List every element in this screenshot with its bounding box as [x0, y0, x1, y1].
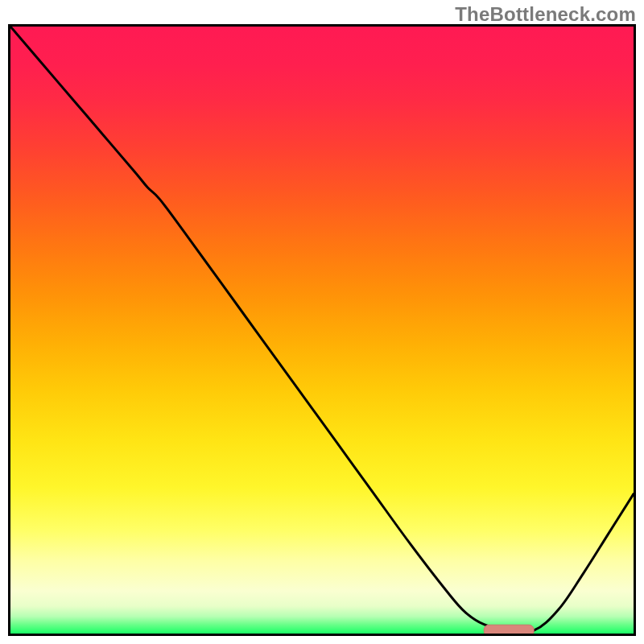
chart-frame: TheBottleneck.com [0, 0, 644, 644]
optimal-range-marker [484, 625, 534, 634]
watermark-label: TheBottleneck.com [455, 3, 636, 26]
bottleneck-curve [10, 27, 634, 633]
plot-area [8, 24, 636, 636]
curve-layer [10, 27, 634, 634]
